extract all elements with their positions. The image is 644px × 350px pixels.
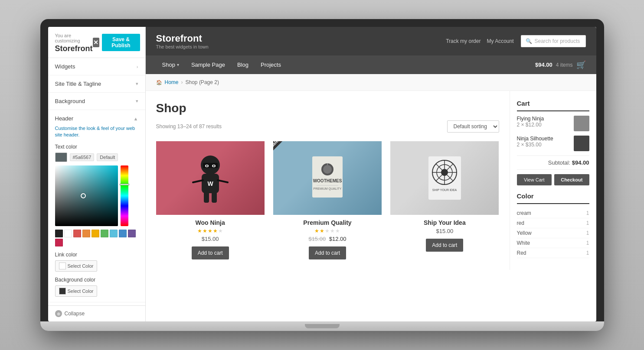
shop-title: Shop xyxy=(156,101,499,115)
color-filter-red[interactable]: red 1 xyxy=(517,218,589,228)
breadcrumb: 🏠 Home › Shop (Page 2) xyxy=(146,74,596,91)
shop-content: Shop Showing 13–24 of 87 results Default… xyxy=(146,91,596,270)
close-button[interactable]: ✕ xyxy=(93,38,100,47)
add-to-cart-ship[interactable]: Add to cart xyxy=(426,239,463,252)
cart-item-1: Flying Ninja 2 × $12.00 xyxy=(517,116,589,131)
cart-item-2-thumb xyxy=(574,136,589,151)
cart-area[interactable]: $94.00 4 items 🛒 xyxy=(535,60,585,70)
star-4: ★ xyxy=(330,228,335,234)
color-filter-yellow[interactable]: Yellow 1 xyxy=(517,228,589,238)
sale-badge: Sale! xyxy=(273,141,284,152)
bg-color-select-button[interactable]: Select Color xyxy=(55,285,98,297)
product-name: Woo Ninja xyxy=(156,219,265,226)
star-1: ★ xyxy=(314,228,319,234)
color-swatch-yellow[interactable] xyxy=(92,230,99,237)
sidebar-item-site-title[interactable]: Site Title & Tagline ▾ xyxy=(48,75,145,93)
svg-point-4 xyxy=(206,165,208,167)
search-icon: 🔍 xyxy=(526,38,532,44)
collapse-label: Collapse xyxy=(65,311,85,317)
color-picker-handle[interactable] xyxy=(81,193,86,198)
customizer-sidebar: You are customizing Storefront ✕ Save & … xyxy=(48,27,146,321)
nav-blog[interactable]: Blog xyxy=(231,55,255,74)
store-brand: Storefront The best widgets in town xyxy=(156,33,209,49)
color-swatches-row xyxy=(55,230,138,246)
shop-main: Shop Showing 13–24 of 87 results Default… xyxy=(146,91,510,270)
add-to-cart-woo-ninja[interactable]: Add to cart xyxy=(192,246,229,259)
collapse-button[interactable]: ⊕ Collapse xyxy=(48,305,145,321)
svg-line-9 xyxy=(218,180,228,182)
store-tagline: The best widgets in town xyxy=(156,44,209,49)
theme-name: Storefront xyxy=(55,44,93,53)
sort-dropdown[interactable]: Default sorting xyxy=(447,120,499,133)
product-price: $15.00 xyxy=(390,228,499,234)
color-swatch-red[interactable] xyxy=(73,230,81,237)
track-order-link[interactable]: Track my order xyxy=(446,38,481,44)
product-price: $15.00 xyxy=(156,236,265,242)
view-cart-button[interactable]: View Cart xyxy=(517,174,552,185)
hue-handle[interactable] xyxy=(120,184,129,185)
color-gradient-picker[interactable] xyxy=(55,165,118,226)
bg-select-label: Select Color xyxy=(68,288,94,294)
save-publish-button[interactable]: Save & Publish xyxy=(102,34,140,51)
color-swatch-orange[interactable] xyxy=(82,230,90,237)
text-color-control: #5a6567 Default xyxy=(55,152,138,162)
sidebar-menu: Widgets › Site Title & Tagline ▾ Backgro… xyxy=(48,58,145,305)
sidebar-item-background[interactable]: Background ▾ xyxy=(48,93,145,110)
product-stars: ★ ★ ★ ★ ★ xyxy=(156,228,265,234)
svg-line-8 xyxy=(193,180,203,182)
breadcrumb-home[interactable]: Home xyxy=(165,79,179,85)
product-stars: ★ ★ ★ ★ ★ xyxy=(273,228,382,234)
search-box[interactable]: 🔍 Search for products xyxy=(521,35,586,47)
sidebar-item-label: Widgets xyxy=(55,63,75,70)
star-5: ★ xyxy=(335,228,340,234)
sidebar-item-widgets[interactable]: Widgets › xyxy=(48,58,145,75)
product-name: Premium Quality xyxy=(273,219,382,226)
color-swatch-black[interactable] xyxy=(55,230,63,237)
star-3: ★ xyxy=(208,228,212,234)
link-color-select-button[interactable]: Select Color xyxy=(55,260,98,272)
add-to-cart-premium[interactable]: Add to cart xyxy=(309,246,346,259)
nav-sample-page[interactable]: Sample Page xyxy=(185,55,231,74)
color-swatch-pink[interactable] xyxy=(55,239,63,246)
svg-text:PREMIUM QUALITY: PREMIUM QUALITY xyxy=(314,187,342,191)
color-filter-title: Color xyxy=(517,192,589,204)
cart-item-1-info: Flying Ninja 2 × $12.00 xyxy=(517,116,544,128)
star-2: ★ xyxy=(320,228,324,234)
product-price: $15.00 $12.00 xyxy=(273,236,382,242)
header-description: Customise the look & feel of your web si… xyxy=(55,125,138,139)
star-5: ★ xyxy=(218,228,223,234)
store-nav-links: Track my order My Account xyxy=(446,38,513,44)
color-swatch-cyan[interactable] xyxy=(110,230,118,237)
color-filter-red2[interactable]: Red 1 xyxy=(517,248,589,258)
svg-text:W: W xyxy=(207,180,213,187)
color-swatch-purple[interactable] xyxy=(128,230,136,237)
color-default-button[interactable]: Default xyxy=(97,153,118,161)
sidebar-item-footer[interactable]: Footer ▾ xyxy=(48,302,145,305)
color-swatch-white[interactable] xyxy=(64,230,72,237)
color-swatch-blue[interactable] xyxy=(119,230,127,237)
svg-point-14 xyxy=(323,165,332,174)
ship-svg: SHIP YOUR IDEA xyxy=(426,154,463,202)
star-4: ★ xyxy=(213,228,218,234)
my-account-link[interactable]: My Account xyxy=(487,38,513,44)
cart-item-1-name: Flying Ninja xyxy=(517,116,544,122)
color-filter-white[interactable]: White 1 xyxy=(517,238,589,248)
breadcrumb-separator: › xyxy=(181,79,183,85)
checkout-button[interactable]: Checkout xyxy=(554,174,589,185)
premium-svg: WOOTHEMES PREMIUM QUALITY xyxy=(310,154,345,202)
color-filter-cream[interactable]: cream 1 xyxy=(517,208,589,218)
cart-total: $94.00 xyxy=(535,62,552,68)
color-hue-slider[interactable] xyxy=(121,165,128,226)
nav-shop[interactable]: Shop ▾ xyxy=(156,55,185,74)
svg-rect-10 xyxy=(204,192,209,203)
cart-item-2: Ninja Silhouette 2 × $35.00 xyxy=(517,136,589,151)
nav-projects[interactable]: Projects xyxy=(255,55,287,74)
text-color-label: Text color xyxy=(55,144,138,150)
color-swatch-green[interactable] xyxy=(101,230,108,237)
store-name: Storefront xyxy=(156,33,209,44)
customizing-label: You are customizing xyxy=(55,33,93,43)
color-count: 1 xyxy=(586,240,589,246)
text-color-swatch[interactable] xyxy=(55,152,67,162)
svg-text:SHIP YOUR IDEA: SHIP YOUR IDEA xyxy=(432,188,457,191)
sidebar-item-header[interactable]: Header ▲ xyxy=(55,115,138,122)
